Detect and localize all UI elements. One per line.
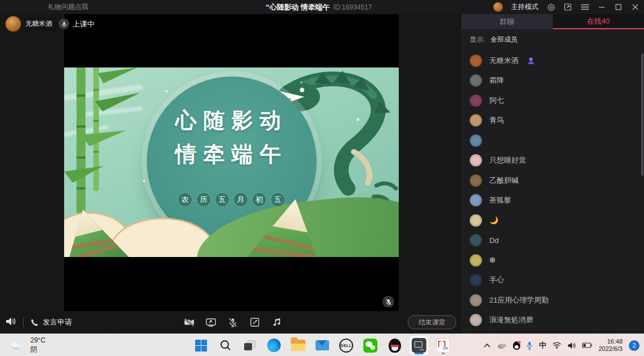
gift-question-link[interactable]: 礼物问题点我	[48, 2, 88, 12]
sparkle-dot	[357, 118, 359, 121]
edge-icon	[267, 339, 281, 352]
clock-widget[interactable]: 16:48 2022/6/3	[598, 338, 623, 353]
file-explorer-button[interactable]	[289, 336, 308, 355]
member-avatar	[470, 214, 482, 227]
member-name: 无糖米酒	[489, 56, 519, 66]
filter-value-dropdown[interactable]: 全部成员	[490, 35, 517, 44]
volume-icon[interactable]	[568, 342, 576, 349]
member-row[interactable]: 手心	[461, 271, 644, 291]
member-avatar	[470, 234, 482, 246]
mail-button[interactable]	[313, 336, 332, 355]
member-row[interactable]: 青鸟	[461, 111, 644, 131]
host-mode-label[interactable]: 主持模式	[511, 2, 538, 12]
member-row[interactable]: 霜降	[461, 71, 644, 91]
sidebar: 群聊 在线40 显示: 全部成员 无糖米酒 霜降 阿七	[461, 14, 644, 334]
weather-widget[interactable]: 29°C 阴	[9, 336, 46, 354]
member-filter-row: 显示: 全部成员	[461, 29, 644, 49]
window-title: “心随影动 情牵端午ID:16934517	[265, 2, 372, 12]
tray-expand-chevron[interactable]	[484, 343, 490, 348]
camera-off-icon[interactable]	[184, 317, 194, 327]
member-row[interactable]: 茶狐黎	[461, 191, 644, 211]
snipping-tool-icon: ✂	[436, 339, 450, 353]
member-name: 霜降	[489, 75, 504, 85]
tray-date: 2022/6/3	[598, 345, 623, 353]
windows-logo-icon	[195, 340, 207, 352]
battery-icon[interactable]	[582, 343, 592, 348]
weather-condition: 阴	[30, 345, 46, 354]
mic-off-icon[interactable]	[228, 317, 238, 327]
windows-taskbar: 29°C 阴 DELL	[0, 334, 644, 356]
titlebar: 礼物问题点我 “心随影动 情牵端午ID:16934517 主持模式	[0, 0, 644, 14]
file-explorer-icon	[291, 340, 305, 351]
member-row[interactable]: 只想睡好觉	[461, 151, 644, 171]
member-row[interactable]: 阿七	[461, 91, 644, 111]
sparkle-dot	[165, 90, 168, 92]
poster-title-line1: 心随影动	[175, 103, 288, 137]
minimize-button[interactable]	[597, 3, 606, 11]
mail-icon	[316, 340, 329, 350]
host-chip[interactable]: 无糖米酒	[6, 16, 58, 31]
member-row[interactable]: ❆	[461, 250, 644, 271]
member-row[interactable]: 21应用心理学周勤	[461, 290, 644, 310]
member-row[interactable]: 无糖米酒	[461, 51, 644, 71]
member-row[interactable]: 乙酰胆碱	[461, 170, 644, 191]
task-view-button[interactable]	[240, 336, 259, 355]
weather-temperature: 29°C	[30, 336, 46, 345]
microphone-tray-icon[interactable]	[526, 341, 533, 350]
music-icon[interactable]	[272, 317, 282, 327]
host-avatar	[6, 16, 21, 31]
member-name: Dd	[489, 236, 499, 245]
snipping-tool-button[interactable]: ✂	[434, 336, 453, 355]
notification-badge[interactable]: 2	[629, 340, 640, 351]
video-canvas: 心随影动 情牵端午 农 历 五 月 初 五	[64, 14, 399, 311]
tab-group-chat[interactable]: 群聊	[461, 14, 553, 29]
member-avatar	[470, 114, 482, 127]
user-avatar[interactable]	[493, 2, 503, 12]
member-row[interactable]	[461, 130, 644, 151]
wechat-button[interactable]	[361, 336, 380, 355]
sparkle-dot	[143, 180, 145, 182]
member-name: 只想睡好觉	[489, 155, 526, 165]
scrollbar[interactable]	[641, 53, 643, 176]
screen-share-icon[interactable]	[206, 317, 216, 327]
member-avatar	[470, 134, 482, 147]
member-row[interactable]: 🌙	[461, 210, 644, 231]
filter-label: 显示:	[470, 35, 485, 44]
edit-icon[interactable]	[250, 317, 260, 327]
qq-button[interactable]	[385, 336, 404, 355]
member-avatar	[470, 174, 482, 187]
wifi-icon[interactable]	[552, 342, 561, 349]
dell-app-button[interactable]: DELL	[337, 336, 356, 355]
member-name: 青鸟	[489, 115, 504, 125]
member-avatar	[470, 154, 482, 166]
speaker-icon[interactable]	[6, 317, 16, 328]
start-button[interactable]	[192, 336, 211, 355]
running-app-indicator	[442, 353, 444, 354]
member-name: 21应用心理学周勤	[489, 295, 548, 305]
active-app-indicator	[415, 353, 424, 354]
sparkle-dot	[300, 82, 302, 83]
member-avatar	[470, 274, 482, 286]
classroom-app-button[interactable]	[409, 336, 429, 355]
muted-mic-icon	[382, 296, 394, 308]
member-row[interactable]: Dd	[461, 231, 644, 251]
class-status-chip: 上课中	[58, 19, 94, 29]
search-button[interactable]	[216, 336, 235, 355]
qq-tray-icon[interactable]	[513, 341, 520, 350]
class-status-label: 上课中	[73, 19, 94, 29]
edge-browser-button[interactable]	[264, 336, 283, 355]
speech-request-label: 发言申请	[43, 317, 72, 327]
ime-indicator[interactable]: 中	[539, 340, 546, 350]
cloud-sync-icon[interactable]	[497, 342, 507, 349]
maximize-button[interactable]	[614, 3, 623, 11]
menu-icon[interactable]	[580, 3, 589, 11]
speech-request-button[interactable]: 发言申请	[30, 317, 72, 327]
end-class-button[interactable]: 结束课堂	[408, 316, 456, 330]
member-avatar	[470, 254, 482, 267]
stage-toolbar: 发言申请	[0, 311, 461, 334]
close-button[interactable]	[631, 3, 640, 11]
settings-gear-icon[interactable]	[547, 3, 555, 11]
popout-window-icon[interactable]	[564, 3, 572, 11]
tab-online-members[interactable]: 在线40	[553, 14, 644, 29]
member-row[interactable]: 浪漫無処消磨	[461, 310, 644, 331]
